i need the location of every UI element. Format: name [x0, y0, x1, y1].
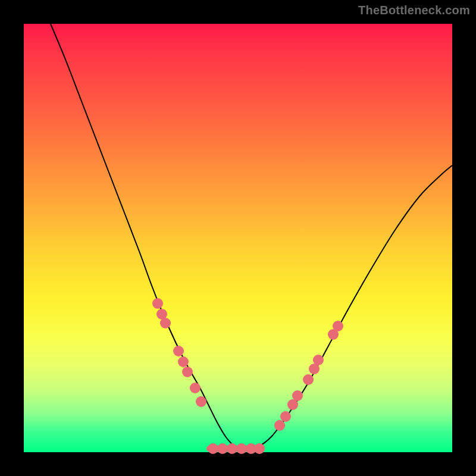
- curve-dot: [178, 356, 189, 367]
- curve-dot: [254, 443, 265, 454]
- curve-dot: [196, 396, 206, 407]
- outer-frame: TheBottleneck.com: [0, 0, 476, 476]
- curve-dot: [280, 411, 291, 422]
- curve-dots: [152, 298, 343, 454]
- curve-dot: [313, 355, 324, 365]
- curve-dot: [182, 367, 193, 377]
- watermark-label: TheBottleneck.com: [358, 4, 470, 17]
- plot-area: [24, 24, 452, 452]
- bottleneck-curve: [51, 24, 452, 449]
- bottleneck-curve-svg: [24, 24, 452, 452]
- curve-dot: [217, 443, 228, 454]
- curve-dot: [160, 318, 171, 328]
- curve-dot: [208, 443, 218, 454]
- curve-dot: [292, 390, 303, 401]
- curve-dot: [236, 443, 247, 454]
- curve-dot: [190, 383, 201, 393]
- curve-dot: [173, 346, 184, 356]
- curve-dot: [333, 321, 343, 331]
- curve-dot: [152, 298, 163, 309]
- curve-dot: [227, 443, 237, 454]
- curve-dot: [274, 420, 285, 431]
- curve-dot: [303, 374, 314, 385]
